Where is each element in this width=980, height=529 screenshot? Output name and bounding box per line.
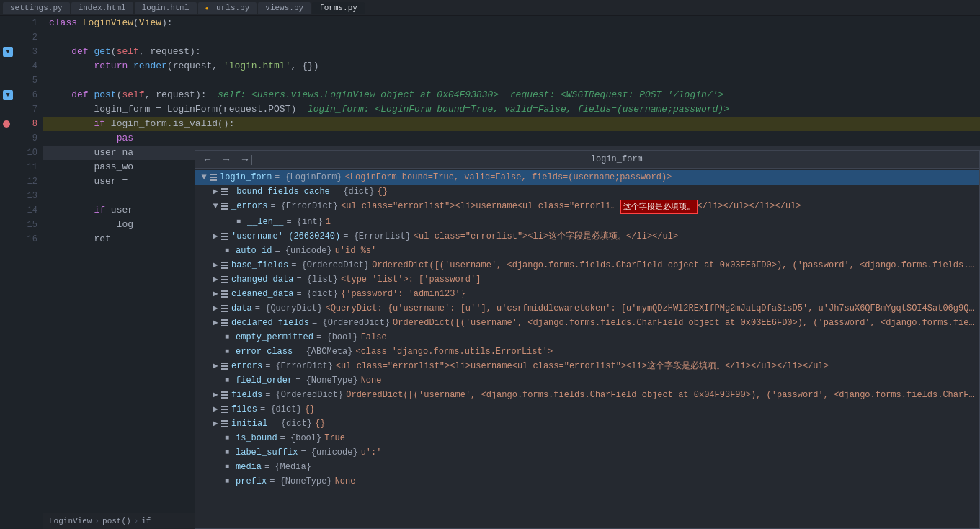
debug-panel: ← → →| login_form ▼ login_form = {LoginF… <box>195 150 980 529</box>
debug-nav-end[interactable]: →| <box>239 154 254 165</box>
debug-row-data[interactable]: ▶ data = {QueryDict} <QueryDict: {u'user… <box>195 301 979 316</box>
code-line-1: class LoginView(View): <box>43 16 980 30</box>
debug-row-fields[interactable]: ▶ fields = {OrderedDict} OrderedDict([('… <box>195 388 979 402</box>
expand-icon-data[interactable]: ▶ <box>210 302 221 315</box>
tab-index[interactable]: index.html <box>71 2 133 14</box>
gutter-4: 4 <box>0 59 43 74</box>
debug-row-field-order[interactable]: ■ field_order = {NoneType} None <box>195 373 979 388</box>
tab-bar: settings.py index.html login.html urls.p… <box>0 0 980 16</box>
gutter-16: 16 <box>0 232 43 246</box>
code-line-7: login_form = LoginForm(request.POST) log… <box>43 102 980 117</box>
gutter-7: 7 <box>0 102 43 117</box>
code-line-8: if login_form.is_valid(): <box>43 117 980 131</box>
debug-row-errors2[interactable]: ▶ errors = {ErrorDict} <ul class="errorl… <box>195 359 979 373</box>
breadcrumb-class: LoginView <box>49 517 92 525</box>
gutter-14: 14 <box>0 203 43 218</box>
expand-icon-declared[interactable]: ▶ <box>210 316 221 329</box>
gutter-9: 9 <box>0 131 43 146</box>
debug-row-label-suffix[interactable]: ■ label_suffix = {unicode} u':' <box>195 445 979 460</box>
gutter-1: 1 <box>0 16 43 30</box>
debug-row-initial[interactable]: ▶ initial = {dict} {} <box>195 417 979 431</box>
code-line-5 <box>43 74 980 88</box>
expand-icon-bfc[interactable]: ▶ <box>210 185 221 198</box>
editor-area: 1 2 ▼ 3 4 5 ▼ 6 7 8 9 10 11 12 13 14 15 … <box>0 16 980 529</box>
debug-row-len[interactable]: ■ __len__ = {int} 1 <box>195 215 979 229</box>
gutter-3: ▼ 3 <box>0 45 43 59</box>
debug-row-error-class[interactable]: ■ error_class = {ABCMeta} <class 'django… <box>195 344 979 359</box>
debug-row-username[interactable]: ▶ 'username' (26630240) = {ErrorList} <u… <box>195 229 979 244</box>
debug-row-bound-fields-cache[interactable]: ▶ _bound_fields_cache = {dict} {} <box>195 185 979 199</box>
breadcrumb-method: post() <box>102 517 131 525</box>
gutter-6: ▼ 6 <box>0 88 43 102</box>
code-line-9: pas <box>43 131 980 146</box>
debug-row-changed-data[interactable]: ▶ changed_data = {list} <type 'list'>: [… <box>195 272 979 287</box>
code-content: class LoginView(View): def get(self, req… <box>43 16 980 529</box>
debug-row-files[interactable]: ▶ files = {dict} {} <box>195 402 979 417</box>
gutter-13: 13 <box>0 189 43 203</box>
debug-row-base-fields[interactable]: ▶ base_fields = {OrderedDict} OrderedDic… <box>195 258 979 272</box>
tab-forms[interactable]: forms.py <box>312 2 365 14</box>
debug-panel-title: login_form <box>260 154 974 164</box>
expand-icon-cleaned[interactable]: ▶ <box>210 288 221 301</box>
breadcrumb-context: if <box>141 517 151 525</box>
debug-panel-body[interactable]: ▼ login_form = {LoginForm} <LoginForm bo… <box>195 169 979 528</box>
code-line-4: return render(request, 'login.html', {}) <box>43 59 980 74</box>
expand-icon-files[interactable]: ▶ <box>210 403 221 416</box>
expand-icon-changed[interactable]: ▶ <box>210 273 221 286</box>
tab-urls[interactable]: urls.py <box>198 2 257 14</box>
status-left: LoginView › post() › if <box>49 517 151 525</box>
gutter-2: 2 <box>0 30 43 45</box>
debug-row-autoid[interactable]: ■ auto_id = {unicode} u'id_%s' <box>195 244 979 258</box>
code-line-2 <box>43 30 980 45</box>
expand-icon-username[interactable]: ▶ <box>210 230 221 243</box>
expand-icon-0[interactable]: ▼ <box>198 171 210 184</box>
expand-icon-errors2[interactable]: ▶ <box>210 360 221 373</box>
gutter-12: 12 <box>0 174 43 189</box>
debug-nav-forward[interactable]: → <box>220 154 233 165</box>
debug-row-prefix[interactable]: ■ prefix = {NoneType} None <box>195 474 979 489</box>
debug-row-cleaned-data[interactable]: ▶ cleaned_data = {dict} {'password': 'ad… <box>195 287 979 301</box>
debug-panel-header: ← → →| login_form <box>195 151 979 169</box>
debug-row-declared-fields[interactable]: ▶ declared_fields = {OrderedDict} Ordere… <box>195 316 979 330</box>
breadcrumb: LoginView › post() › if <box>49 517 151 525</box>
tab-login[interactable]: login.html <box>135 2 197 14</box>
gutter-11: 11 <box>0 160 43 174</box>
debug-row-empty-permitted[interactable]: ■ empty_permitted = {bool} False <box>195 330 979 344</box>
tab-views[interactable]: views.py <box>258 2 311 14</box>
debug-row-errors[interactable]: ▼ _errors = {ErrorDict} <ul class="error… <box>195 199 979 215</box>
code-line-6: def post(self, request): self: <users.vi… <box>43 88 980 102</box>
debug-row-media[interactable]: ■ media = {Media} <box>195 460 979 474</box>
tab-settings[interactable]: settings.py <box>3 2 70 14</box>
expand-icon-fields[interactable]: ▶ <box>210 388 221 401</box>
gutter-8: 8 <box>0 117 43 131</box>
gutter-15: 15 <box>0 218 43 232</box>
line-gutter: 1 2 ▼ 3 4 5 ▼ 6 7 8 9 10 11 12 13 14 15 … <box>0 16 43 529</box>
highlighted-error-text: 这个字段是必填项。 <box>620 200 698 214</box>
code-line-3: def get(self, request): <box>43 45 980 59</box>
gutter-10: 10 <box>0 146 43 160</box>
expand-icon-errors[interactable]: ▼ <box>210 200 221 213</box>
debug-nav-back[interactable]: ← <box>201 154 214 165</box>
expand-icon-initial[interactable]: ▶ <box>210 417 221 430</box>
expand-icon-base-fields[interactable]: ▶ <box>210 259 221 272</box>
debug-row-0[interactable]: ▼ login_form = {LoginForm} <LoginForm bo… <box>195 170 979 185</box>
gutter-5: 5 <box>0 74 43 88</box>
debug-row-is-bound[interactable]: ■ is_bound = {bool} True <box>195 431 979 445</box>
